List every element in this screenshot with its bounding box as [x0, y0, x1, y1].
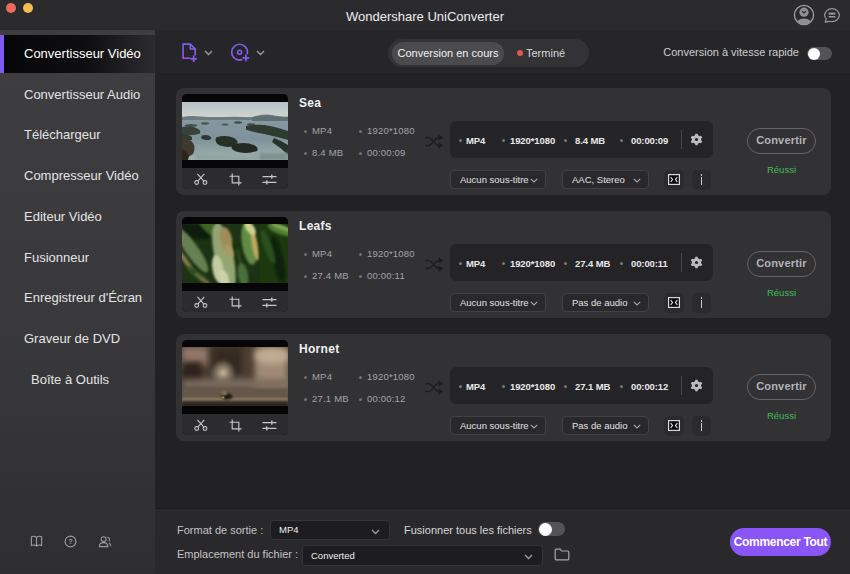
svg-text:?: ?	[68, 537, 73, 546]
